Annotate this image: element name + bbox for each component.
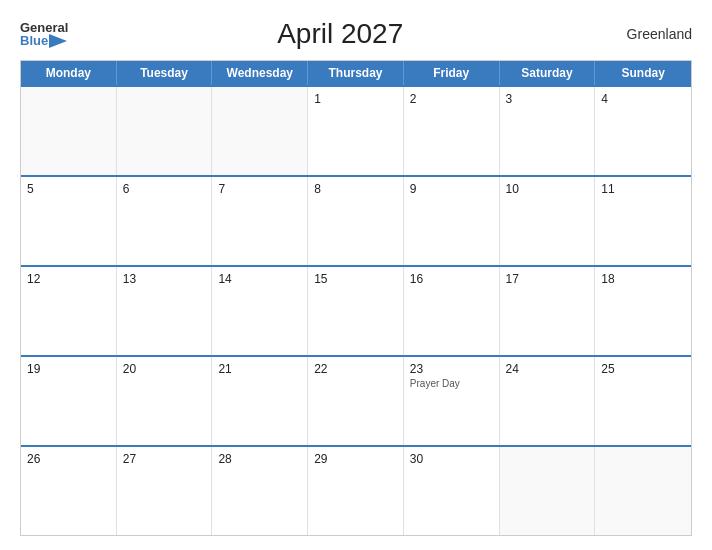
calendar-title: April 2027 [68,18,612,50]
calendar-cell: 1 [308,87,404,175]
calendar-cell: 9 [404,177,500,265]
calendar-cell: 10 [500,177,596,265]
region-label: Greenland [612,26,692,42]
day-number: 11 [601,182,685,196]
weekday-header-monday: Monday [21,61,117,85]
calendar-cell: 8 [308,177,404,265]
day-number: 14 [218,272,301,286]
calendar-row-3: 1920212223Prayer Day2425 [21,355,691,445]
calendar-cell: 14 [212,267,308,355]
calendar-cell: 21 [212,357,308,445]
day-number: 8 [314,182,397,196]
day-number: 27 [123,452,206,466]
calendar-cell: 23Prayer Day [404,357,500,445]
calendar-cell: 26 [21,447,117,535]
calendar-row-4: 2627282930 [21,445,691,535]
day-number: 7 [218,182,301,196]
calendar-cell: 5 [21,177,117,265]
day-event: Prayer Day [410,378,493,389]
day-number: 30 [410,452,493,466]
calendar-cell: 24 [500,357,596,445]
calendar-cell: 2 [404,87,500,175]
weekday-header-wednesday: Wednesday [212,61,308,85]
weekday-header-friday: Friday [404,61,500,85]
day-number: 9 [410,182,493,196]
logo: General Blue [20,21,68,48]
logo-blue-text: Blue [20,34,48,47]
calendar-cell [21,87,117,175]
day-number: 2 [410,92,493,106]
calendar-page: General Blue April 2027 Greenland Monday… [0,0,712,550]
day-number: 22 [314,362,397,376]
calendar-cell: 25 [595,357,691,445]
day-number: 3 [506,92,589,106]
calendar-cell: 11 [595,177,691,265]
calendar-header-row: MondayTuesdayWednesdayThursdayFridaySatu… [21,61,691,85]
logo-general-text: General [20,21,68,34]
day-number: 16 [410,272,493,286]
day-number: 23 [410,362,493,376]
day-number: 10 [506,182,589,196]
day-number: 24 [506,362,589,376]
calendar-cell: 3 [500,87,596,175]
calendar-row-0: 1234 [21,85,691,175]
calendar-cell [117,87,213,175]
day-number: 1 [314,92,397,106]
calendar-cell: 29 [308,447,404,535]
calendar-row-1: 567891011 [21,175,691,265]
calendar-cell: 13 [117,267,213,355]
calendar-cell: 18 [595,267,691,355]
calendar-body: 1234567891011121314151617181920212223Pra… [21,85,691,535]
day-number: 4 [601,92,685,106]
calendar-cell: 7 [212,177,308,265]
calendar-cell: 22 [308,357,404,445]
header: General Blue April 2027 Greenland [20,18,692,50]
day-number: 29 [314,452,397,466]
weekday-header-saturday: Saturday [500,61,596,85]
svg-marker-0 [49,34,67,48]
day-number: 25 [601,362,685,376]
logo-flag-icon [49,34,67,48]
weekday-header-tuesday: Tuesday [117,61,213,85]
day-number: 12 [27,272,110,286]
weekday-header-thursday: Thursday [308,61,404,85]
calendar-cell: 17 [500,267,596,355]
day-number: 21 [218,362,301,376]
day-number: 17 [506,272,589,286]
calendar-cell [595,447,691,535]
day-number: 13 [123,272,206,286]
calendar-cell: 6 [117,177,213,265]
day-number: 15 [314,272,397,286]
calendar-cell: 12 [21,267,117,355]
calendar-cell: 4 [595,87,691,175]
day-number: 18 [601,272,685,286]
calendar-cell: 15 [308,267,404,355]
calendar-cell: 28 [212,447,308,535]
day-number: 19 [27,362,110,376]
calendar-cell: 30 [404,447,500,535]
day-number: 6 [123,182,206,196]
calendar-cell: 19 [21,357,117,445]
calendar-cell [500,447,596,535]
day-number: 5 [27,182,110,196]
weekday-header-sunday: Sunday [595,61,691,85]
calendar-cell: 20 [117,357,213,445]
day-number: 28 [218,452,301,466]
day-number: 20 [123,362,206,376]
day-number: 26 [27,452,110,466]
calendar-cell: 16 [404,267,500,355]
calendar-grid: MondayTuesdayWednesdayThursdayFridaySatu… [20,60,692,536]
calendar-cell [212,87,308,175]
calendar-row-2: 12131415161718 [21,265,691,355]
calendar-cell: 27 [117,447,213,535]
